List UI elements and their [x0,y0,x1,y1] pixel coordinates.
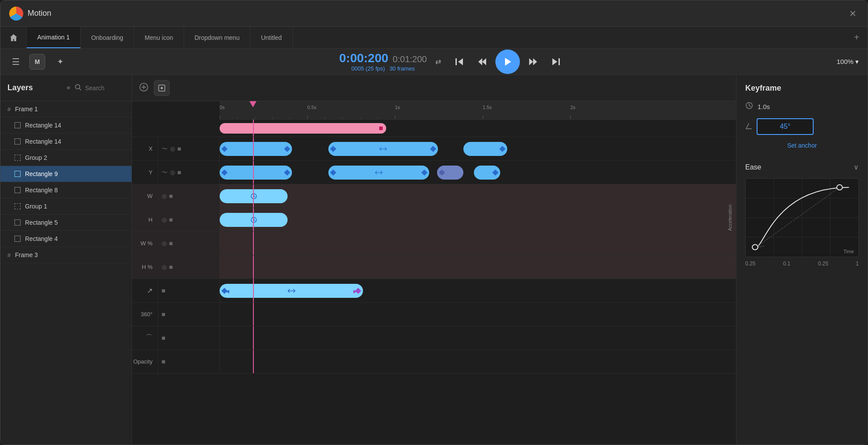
keyframe-time-value: 1.0s [758,103,770,110]
kf-diamond [499,146,505,152]
tab-dropdown-menu[interactable]: Dropdown menu [184,27,251,48]
track-hpct-diamond[interactable]: ◆ [167,263,175,271]
layer-item-frame3[interactable]: # Frame 3 [0,247,132,263]
track-y-wave[interactable]: 〜 [162,169,167,177]
track-x-timeline [220,137,736,160]
track-y-loop[interactable]: ◎ [170,169,175,176]
timeline-ruler: 0s 0.5s 1s 1.5s 2s [220,101,736,120]
track-w-diamond[interactable]: ◆ [167,192,175,200]
toolbar-left: ☰ M ✦ [9,54,68,70]
tab-animation1[interactable]: Animation 1 [27,27,81,48]
fit-timeline-button[interactable] [154,80,170,96]
svg-marker-2 [478,58,482,65]
track-y-bar1 [220,166,292,180]
track-h-diamond[interactable]: ◆ [167,216,175,224]
angle-icon [745,123,752,131]
tab-onboarding[interactable]: Onboarding [81,27,134,48]
track-x-diamond[interactable]: ◆ [176,145,184,153]
track-x-loop[interactable]: ◎ [170,145,175,152]
svg-point-15 [161,87,163,89]
layers-title: Layers [7,83,62,92]
track-hpct-loop[interactable]: ◎ [162,264,167,270]
track-w: W ◎ ◆ [132,184,736,208]
svg-point-27 [837,185,843,190]
track-h: H ◎ ◆ [132,208,736,232]
zoom-level: 100% ▾ [836,58,859,66]
keyframe-value-input[interactable] [757,118,814,135]
home-button[interactable] [0,27,27,48]
layer-item-rect14-1[interactable]: Rectangle 14 [0,117,132,134]
app-window: Motion ✕ Animation 1 Onboarding Menu ico… [0,0,868,445]
set-anchor-button[interactable]: Set anchor [745,142,859,149]
layer-item-rect14-2[interactable]: Rectangle 14 [0,134,132,150]
time-info: 0005 (25 fps) [352,65,385,72]
ai-button[interactable]: ✦ [52,54,68,70]
svg-rect-7 [559,58,560,65]
track-y-bar3 [437,166,463,180]
skip-end-button[interactable] [546,52,566,71]
track-x-wave[interactable]: 〜 [162,145,167,153]
layer-item-frame1[interactable]: # Frame 1 [0,101,132,117]
track-radius-timeline [220,326,736,350]
track-wpct-loop[interactable]: ◎ [162,240,167,247]
ruler-label-15: 1.5s [483,105,492,110]
playhead-line-y [253,161,254,184]
layers-filter-button[interactable]: ≡ [67,85,70,91]
track-y-diamond[interactable]: ◆ [176,169,184,177]
search-input[interactable] [85,85,125,92]
track-radius: ⌒ ◆ [132,326,736,350]
track-360-diamond[interactable]: ◆ [160,311,168,318]
ruler-label-0: 0s [220,105,225,110]
svg-marker-8 [552,58,557,65]
track-rot-diamond[interactable]: ◆ [160,287,168,295]
tabs-container: Animation 1 Onboarding Menu icon Dropdow… [27,27,846,48]
ruler-ticks [220,116,736,119]
keyframe-panel-title: Keyframe [745,84,859,93]
layer-item-rect9[interactable]: Rectangle 9 [0,166,132,182]
tab-menu-icon[interactable]: Menu icon [134,27,184,48]
layer-item-group2[interactable]: Group 2 [0,150,132,166]
play-button[interactable] [495,49,520,74]
track-x: X 〜 ◎ ◆ [132,137,736,161]
track-radius-diamond[interactable]: ◆ [160,334,168,342]
layer-item-rect8[interactable]: Rectangle 8 [0,182,132,198]
track-y-bar4 [474,166,500,180]
track-h-loop[interactable]: ◎ [162,216,167,223]
layer-item-rect4[interactable]: Rectangle 4 [0,231,132,247]
add-keyframe-button[interactable] [139,82,149,93]
ease-numbers: 0.25 0.1 0.25 1 [745,261,859,267]
track-wpct-diamond[interactable]: ◆ [167,240,175,247]
track-opacity-diamond[interactable]: ◆ [160,358,168,366]
search-button[interactable] [75,84,82,92]
ease-dropdown-button[interactable]: ∨ [854,163,859,171]
layer-item-group1[interactable]: Group 1 [0,198,132,215]
close-button[interactable]: ✕ [847,7,859,20]
step-fwd-button[interactable] [523,52,543,71]
menu-button[interactable]: ☰ [9,54,22,70]
time-display: 0:00:200 0:01:200 0005 (25 fps) 30 frame… [339,51,427,72]
step-back-button[interactable] [473,52,492,71]
ease-x-label: Time [843,249,854,254]
app-icon [9,7,23,21]
time-info-row: 0005 (25 fps) 30 frames [352,65,415,72]
pink-progress-bar [220,123,386,134]
layer-item-rect5[interactable]: Rectangle 5 [0,215,132,231]
track-hpct-timeline [220,255,736,279]
add-tab-button[interactable]: + [846,27,868,48]
time-total: 0:01:200 [393,54,427,64]
track-360-timeline [220,303,736,326]
ease-graph[interactable]: Time [745,178,859,257]
playhead-line-overview [253,120,254,137]
loop-button[interactable]: ⇄ [430,54,446,70]
track-wpct: W % ◎ ◆ [132,232,736,255]
tab-untitled[interactable]: Untitled [250,27,292,48]
m-button[interactable]: M [29,54,45,70]
svg-marker-1 [458,58,463,65]
track-w-loop[interactable]: ◎ [162,193,167,199]
playhead-line-w [253,184,254,208]
track-hpct: H % ◎ ◆ [132,255,736,279]
timeline-area: 0s 0.5s 1s 1.5s 2s [132,75,736,445]
toolbar-right: 100% ▾ [836,58,859,66]
track-wpct-timeline [220,232,736,255]
skip-start-button[interactable] [450,52,469,71]
